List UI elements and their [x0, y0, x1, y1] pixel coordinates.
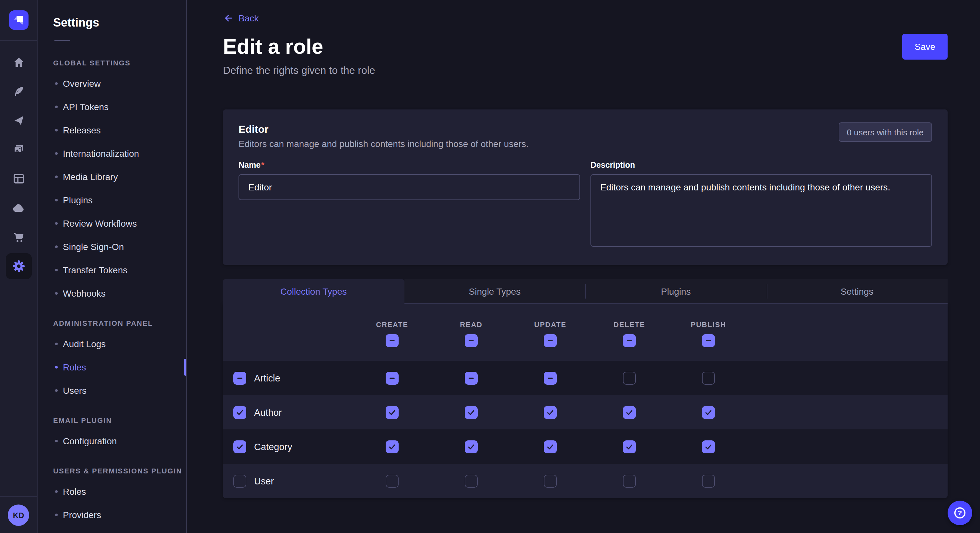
permissions-header-row: CREATEREADUPDATEDELETEPUBLISH [223, 304, 948, 361]
subnav-item-providers[interactable]: Providers [38, 503, 186, 527]
cloud-icon[interactable] [5, 195, 32, 221]
author-row-checkbox[interactable] [233, 406, 246, 419]
user-create-checkbox[interactable] [386, 474, 399, 487]
article-read-checkbox[interactable] [465, 371, 478, 384]
article-publish-checkbox[interactable] [702, 371, 715, 384]
subnav-section-header-email-plugin: EMAIL PLUGIN [38, 402, 186, 429]
description-textarea[interactable]: Editors can manage and publish contents … [590, 174, 932, 247]
users-with-role-button[interactable]: 0 users with this role [838, 122, 932, 142]
tab-single-types[interactable]: Single Types [404, 279, 585, 304]
header-cell-publish: PUBLISH [669, 304, 748, 361]
bullet-icon [55, 366, 58, 368]
name-input[interactable] [239, 174, 580, 200]
subnav-item-internationalization[interactable]: Internationalization [38, 142, 186, 165]
article-row-checkbox[interactable] [233, 371, 246, 384]
select-all-read-checkbox[interactable] [465, 334, 478, 347]
select-all-create-checkbox[interactable] [386, 334, 399, 347]
subnav-item-roles[interactable]: Roles [38, 355, 186, 379]
tab-plugins[interactable]: Plugins [585, 279, 767, 304]
subnav-item-webhooks[interactable]: Webhooks [38, 282, 186, 305]
cart-icon[interactable] [5, 224, 32, 250]
home-icon[interactable] [5, 49, 32, 75]
author-update-checkbox[interactable] [544, 406, 557, 419]
bullet-icon [55, 222, 58, 225]
rail-bottom-divider [0, 496, 37, 497]
tab-settings[interactable]: Settings [767, 279, 948, 304]
user-read-checkbox[interactable] [465, 474, 478, 487]
subnav-item-transfer-tokens[interactable]: Transfer Tokens [38, 259, 186, 282]
user-row-checkbox[interactable] [233, 474, 246, 487]
media-library-icon[interactable] [5, 136, 32, 163]
category-update-checkbox[interactable] [544, 440, 557, 453]
subnav-item-api-tokens[interactable]: API Tokens [38, 95, 186, 119]
author-delete-checkbox[interactable] [623, 406, 636, 419]
subnav-item-review-workflows[interactable]: Review Workflows [38, 212, 186, 235]
subnav-item-label: Users [63, 385, 86, 396]
column-label-update: UPDATE [534, 320, 566, 328]
subnav-item-users[interactable]: Users [38, 379, 186, 402]
strapi-logo-icon[interactable] [9, 10, 28, 30]
subnav-item-plugins[interactable]: Plugins [38, 189, 186, 212]
subnav-item-configuration[interactable]: Configuration [38, 429, 186, 453]
category-delete-checkbox[interactable] [623, 440, 636, 453]
select-all-publish-checkbox[interactable] [702, 334, 715, 347]
select-all-delete-checkbox[interactable] [623, 334, 636, 347]
author-publish-checkbox[interactable] [702, 406, 715, 419]
bullet-icon [55, 106, 58, 108]
description-field-group: Description Editors can manage and publi… [590, 160, 932, 247]
subnav-item-audit-logs[interactable]: Audit Logs [38, 332, 186, 355]
subnav-section-header-global-settings: GLOBAL SETTINGS [38, 45, 186, 72]
row-label-category: Category [254, 441, 292, 452]
article-delete-checkbox[interactable] [623, 371, 636, 384]
rail-bottom: KD [0, 496, 37, 533]
cell-user-read [432, 474, 511, 487]
author-read-checkbox[interactable] [465, 406, 478, 419]
category-row-checkbox[interactable] [233, 440, 246, 453]
category-create-checkbox[interactable] [386, 440, 399, 453]
header-cell-update: UPDATE [511, 304, 590, 361]
subnav-item-label: Configuration [63, 436, 117, 446]
subnav-item-label: API Tokens [63, 102, 108, 112]
category-publish-checkbox[interactable] [702, 440, 715, 453]
article-create-checkbox[interactable] [386, 371, 399, 384]
column-label-publish: PUBLISH [690, 320, 726, 328]
paper-plane-icon[interactable] [5, 108, 32, 133]
question-mark-icon: ? [953, 506, 967, 520]
bullet-icon [55, 129, 58, 132]
user-avatar[interactable]: KD [8, 504, 29, 526]
back-link[interactable]: Back [223, 13, 259, 23]
subnav-item-roles[interactable]: Roles [38, 480, 186, 503]
header-cell-create: CREATE [353, 304, 432, 361]
required-asterisk: * [261, 160, 264, 170]
subnav-item-overview[interactable]: Overview [38, 72, 186, 95]
gear-icon[interactable] [5, 253, 32, 279]
name-field-group: Name* [239, 160, 580, 247]
column-label-read: READ [460, 320, 482, 328]
author-create-checkbox[interactable] [386, 406, 399, 419]
user-update-checkbox[interactable] [544, 474, 557, 487]
article-update-checkbox[interactable] [544, 371, 557, 384]
back-label: Back [239, 13, 259, 23]
subnav-item-releases[interactable]: Releases [38, 119, 186, 142]
subnav-item-label: Single Sign-On [63, 241, 124, 252]
header-cell-read: READ [432, 304, 511, 361]
help-button[interactable]: ? [948, 501, 972, 525]
cell-article-update [511, 371, 590, 384]
save-button[interactable]: Save [902, 34, 948, 60]
subnav-item-media-library[interactable]: Media Library [38, 165, 186, 189]
category-read-checkbox[interactable] [465, 440, 478, 453]
cell-user-create [353, 474, 432, 487]
cell-category-read [432, 440, 511, 453]
main-content: Back Edit a role Save Define the rights … [187, 0, 980, 533]
select-all-update-checkbox[interactable] [544, 334, 557, 347]
tab-collection-types[interactable]: Collection Types [223, 279, 404, 304]
feather-icon[interactable] [5, 78, 32, 104]
user-publish-checkbox[interactable] [702, 474, 715, 487]
column-label-create: CREATE [376, 320, 408, 328]
user-delete-checkbox[interactable] [623, 474, 636, 487]
main-nav-rail: KD [0, 0, 38, 533]
subnav-item-label: Releases [63, 125, 101, 135]
layout-icon[interactable] [5, 166, 32, 192]
subnav-item-single-sign-on[interactable]: Single Sign-On [38, 235, 186, 259]
role-details-card: Editor Editors can manage and publish co… [223, 109, 948, 265]
